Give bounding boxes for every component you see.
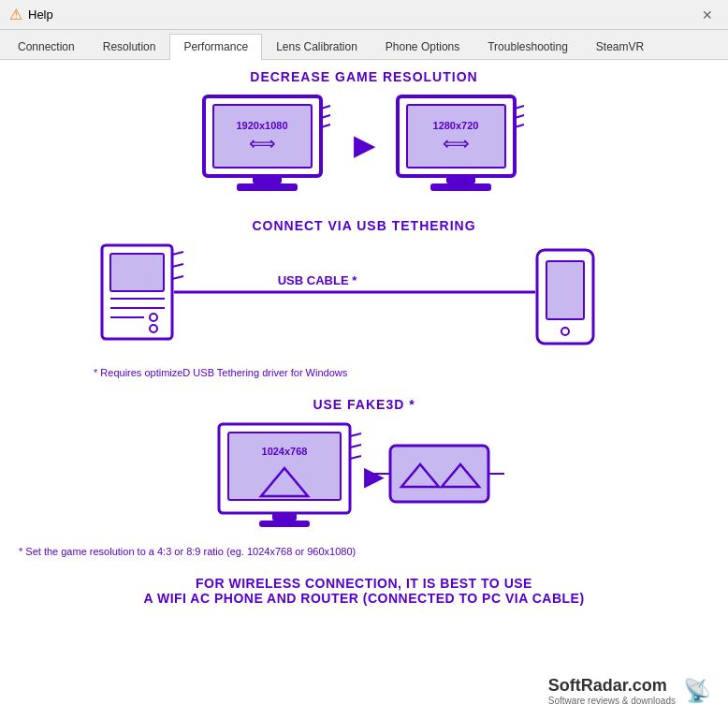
tab-steamvr[interactable]: SteamVR — [582, 34, 658, 59]
usb-tethering-diagram: USB CABLE * — [97, 241, 631, 362]
title-bar: ⚠ Help ✕ — [0, 0, 728, 30]
close-button[interactable]: ✕ — [696, 4, 719, 26]
svg-text:1024x768: 1024x768 — [262, 446, 308, 457]
tab-phone-options[interactable]: Phone Options — [371, 34, 473, 59]
svg-text:⟺: ⟺ — [249, 133, 276, 154]
svg-line-26 — [172, 264, 183, 267]
monitor-right-svg: 1280x720 ⟺ — [393, 92, 529, 199]
svg-point-32 — [561, 328, 569, 335]
tab-resolution[interactable]: Resolution — [89, 34, 170, 59]
svg-line-40 — [350, 445, 361, 448]
fake3d-svg: 1024x768 ▶ — [214, 419, 514, 541]
svg-point-24 — [150, 325, 157, 332]
decrease-resolution-diagram: 1920x1080 ⟺ ▶ — [199, 92, 529, 199]
svg-rect-19 — [110, 254, 164, 291]
svg-rect-34 — [228, 433, 341, 500]
monitor-left: 1920x1080 ⟺ — [199, 92, 335, 199]
svg-rect-31 — [546, 261, 584, 319]
svg-rect-37 — [272, 513, 297, 521]
usb-tethering-section: CONNECT VIA USB TETHERING — [19, 218, 709, 378]
decrease-resolution-title: DECREASE GAME RESOLUTION — [250, 69, 477, 84]
monitor-right: 1280x720 ⟺ — [393, 92, 529, 199]
svg-line-27 — [172, 276, 183, 279]
resolution-arrow: ▶ — [354, 130, 374, 161]
wireless-title: FOR WIRELESS CONNECTION, IT IS BEST TO U… — [143, 576, 584, 606]
tab-troubleshooting[interactable]: Troubleshooting — [473, 34, 582, 59]
fake3d-title: USE FAKE3D * — [313, 397, 415, 412]
svg-rect-5 — [237, 183, 298, 191]
watermark-text-group: SoftRadar.com Software reviews & downloa… — [548, 676, 676, 706]
svg-rect-38 — [259, 521, 310, 527]
fake3d-section: USE FAKE3D * 1024x768 — [19, 397, 709, 557]
radar-icon: 📡 — [683, 678, 711, 704]
wireless-section: FOR WIRELESS CONNECTION, IT IS BEST TO U… — [19, 576, 709, 613]
usb-tethering-title: CONNECT VIA USB TETHERING — [252, 218, 475, 233]
usb-tethering-svg: USB CABLE * — [97, 241, 631, 362]
svg-rect-14 — [430, 183, 491, 191]
svg-text:1280x720: 1280x720 — [433, 120, 479, 131]
fake3d-diagram: 1024x768 ▶ — [214, 419, 514, 541]
fake3d-footnote: * Set the game resolution to a 4:3 or 8:… — [19, 546, 709, 557]
monitor-left-svg: 1920x1080 ⟺ — [199, 92, 335, 199]
svg-rect-13 — [446, 176, 475, 183]
watermark-brand: SoftRadar.com — [548, 676, 676, 696]
svg-point-23 — [150, 314, 157, 321]
svg-line-25 — [172, 252, 183, 255]
tab-connection[interactable]: Connection — [4, 34, 89, 59]
svg-line-39 — [350, 433, 361, 436]
content-area: DECREASE GAME RESOLUTION 1920x1080 ⟺ — [0, 60, 728, 719]
tab-performance[interactable]: Performance — [169, 34, 262, 60]
svg-text:⟺: ⟺ — [443, 133, 470, 154]
decrease-resolution-section: DECREASE GAME RESOLUTION 1920x1080 ⟺ — [19, 69, 709, 199]
svg-rect-43 — [390, 446, 488, 502]
svg-rect-4 — [253, 176, 282, 183]
tab-lens-calibration[interactable]: Lens Calibration — [262, 34, 371, 59]
svg-text:▶: ▶ — [364, 462, 385, 491]
svg-text:1920x1080: 1920x1080 — [236, 120, 287, 131]
app-icon: ⚠ — [9, 6, 22, 23]
window-title: Help — [28, 7, 53, 22]
title-bar-left: ⚠ Help — [9, 6, 53, 23]
tab-bar: Connection Resolution Performance Lens C… — [0, 30, 728, 60]
watermark: SoftRadar.com Software reviews & downloa… — [541, 672, 719, 710]
usb-footnote: * Requires optimizeD USB Tethering drive… — [19, 367, 709, 378]
app-window: ⚠ Help ✕ Connection Resolution Performan… — [0, 0, 728, 719]
svg-text:USB CABLE *: USB CABLE * — [278, 273, 357, 287]
svg-line-41 — [350, 456, 361, 459]
watermark-tagline: Software reviews & downloads — [548, 696, 676, 706]
